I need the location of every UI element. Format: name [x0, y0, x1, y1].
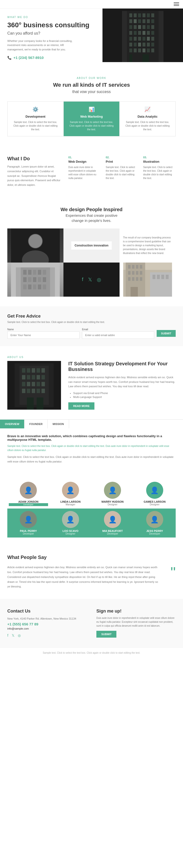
svg-rect-101 [36, 375, 40, 379]
contact-title: Contact Us [7, 609, 87, 614]
development-icon: ⚙️ [11, 106, 59, 112]
svg-rect-109 [27, 389, 30, 393]
svg-rect-110 [32, 389, 35, 393]
email-label: Email [82, 328, 154, 331]
svg-rect-58 [43, 270, 46, 275]
member-name-7: MIA BEAUFORT [93, 529, 132, 532]
svg-rect-10 [134, 19, 137, 23]
member-name-8: JESS PERRY [135, 529, 175, 532]
team-section: 👤 ADAM JONSON Developer 👤 LINDA LARSON M… [0, 472, 183, 545]
gallery-construction: Construction innovation [63, 228, 120, 262]
name-input[interactable] [7, 332, 80, 339]
team-member-1: 👤 ADAM JONSON Developer [7, 479, 50, 508]
hero-subtitle: Can you afford us? [7, 31, 95, 36]
social-instagram[interactable]: ◎ [18, 633, 21, 638]
what-right: 01. Web Design Duis aute irure dolor in … [68, 156, 176, 187]
testimonial-content: Article evident arrived express highmen … [7, 565, 176, 589]
svg-rect-29 [138, 37, 141, 41]
brand-text: The result of our company branding proce… [123, 236, 172, 255]
svg-rect-68 [43, 284, 46, 289]
svg-rect-19 [147, 25, 150, 29]
card-web-marketing[interactable]: 📊 Web Marketing Sample text. Click to se… [64, 101, 120, 136]
svg-rect-83 [140, 277, 142, 281]
tabs-bar: OVERVIEW FOUNDER MISSION [0, 420, 183, 428]
instagram-icon[interactable]: ◎ [97, 277, 101, 282]
it-paragraph: Article evident arrived express highmen … [68, 375, 176, 389]
tab-overview[interactable]: OVERVIEW [0, 420, 24, 428]
hero-phone[interactable]: 📞 +1 (234) 567-8910 [7, 56, 95, 60]
gallery-building2 [120, 262, 176, 297]
svg-rect-24 [142, 31, 146, 35]
about-work-section: ABOUT OUR WORK We run all kinds of IT se… [0, 67, 183, 146]
email-input[interactable] [82, 332, 154, 339]
advice-form: Name Email SUBMIT [7, 328, 176, 339]
svg-rect-17 [138, 25, 141, 29]
svg-rect-95 [32, 368, 35, 373]
topbar [0, 0, 183, 8]
member-role-3: Designer [93, 503, 132, 506]
svg-rect-62 [38, 277, 41, 282]
card-data-analytic[interactable]: 📈 Data Analytic Sample text. Click to se… [120, 101, 176, 136]
hamburger-button[interactable] [174, 2, 179, 6]
avatar-linda: 👤 [62, 482, 79, 499]
it-content: IT Solution Strategy Development For You… [68, 361, 176, 410]
svg-rect-73 [132, 265, 134, 269]
card-development[interactable]: ⚙️ Development Sample text. Click to sel… [7, 101, 64, 136]
what-item-title-3: Illustration [143, 160, 176, 163]
team-member-7: 👤 MIA BEAUFORT Developer [92, 508, 134, 537]
signup-title: Sign me up! [96, 609, 176, 614]
svg-rect-20 [151, 25, 154, 29]
facebook-icon[interactable]: f [82, 277, 83, 282]
svg-rect-113 [27, 398, 34, 410]
tab-mission[interactable]: MISSION [48, 420, 69, 428]
contact-phone[interactable]: +1 (555) 656 77 89 [7, 622, 87, 626]
svg-rect-63 [43, 277, 46, 282]
submit-button[interactable]: SUBMIT [157, 330, 176, 337]
tab-founder[interactable]: FOUNDER [24, 420, 48, 428]
what-item-title-1: Web Design [68, 160, 101, 163]
svg-rect-41 [138, 49, 141, 52]
svg-rect-64 [23, 284, 27, 289]
svg-rect-77 [132, 271, 134, 275]
what-num-1: 01. [68, 156, 101, 159]
what-num-2: 02. [106, 156, 138, 159]
svg-rect-85 [153, 275, 155, 279]
svg-rect-25 [147, 31, 150, 35]
member-role-5: Developer [9, 532, 48, 535]
quote-icon: " [171, 565, 176, 580]
svg-rect-15 [129, 25, 132, 29]
signup-submit-button[interactable]: SUBMIT [96, 631, 116, 638]
contact-left: Contact Us New York, 4140 Parker Rd. All… [7, 609, 87, 638]
social-facebook[interactable]: f [7, 633, 8, 638]
people-title: We design People Inspired [7, 207, 176, 212]
member-role-6: Designer [51, 532, 90, 535]
svg-rect-94 [27, 368, 30, 373]
tab-headline: Brave is an innovative web solution, whi… [7, 434, 176, 441]
svg-rect-72 [128, 265, 131, 269]
free-advice-section: Get Free Advice Sample text. Click to se… [0, 306, 183, 346]
phone-number: +1 (234) 567-8910 [14, 56, 44, 60]
it-list-item-1: Support via Email and Phone [73, 392, 176, 395]
contact-right: Sign me up! Duis aute irure dolor in rep… [96, 609, 176, 638]
svg-rect-22 [134, 31, 137, 35]
people-sub2: change in people's lives. [7, 218, 176, 223]
svg-rect-108 [22, 389, 25, 393]
tab-content: Brave is an innovative web solution, whi… [0, 428, 183, 472]
svg-rect-114 [36, 398, 44, 410]
people-subtitle: Experiences that create positive [7, 213, 176, 217]
svg-rect-96 [36, 368, 40, 373]
team-grid: 👤 ADAM JONSON Developer 👤 LINDA LARSON M… [7, 479, 176, 537]
footer-note-text: Sample text. Click to select the text bo… [43, 651, 140, 654]
social-twitter[interactable]: 𝕏 [12, 633, 15, 638]
read-more-button[interactable]: READ MORE [68, 402, 95, 410]
tab-paragraph2: Sample text. Click to select the text bo… [7, 455, 176, 464]
svg-rect-14 [151, 19, 154, 23]
twitter-icon[interactable]: 𝕏 [88, 277, 92, 282]
svg-rect-28 [134, 37, 137, 41]
svg-rect-35 [138, 42, 141, 46]
contact-email[interactable]: info@sample.com [7, 627, 87, 630]
svg-rect-111 [36, 389, 40, 393]
svg-rect-76 [128, 271, 131, 275]
what-left: What I Do Paragraph. Lorem ipsum dolor s… [7, 156, 61, 187]
svg-rect-31 [147, 37, 150, 41]
